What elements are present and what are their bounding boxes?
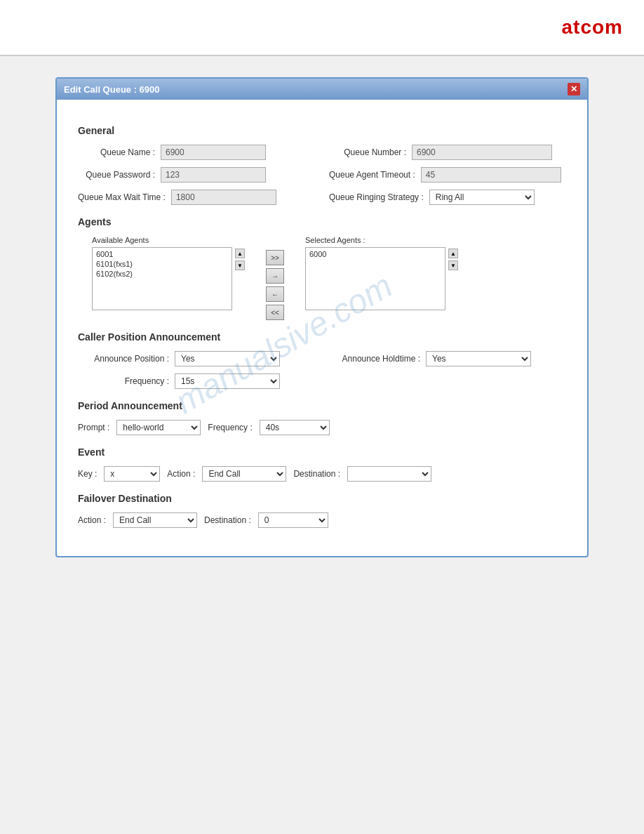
list-item: 6101(fxs1) — [94, 259, 230, 269]
dialog-body: manualsive.com General Queue Name : Queu… — [57, 100, 587, 556]
listbox-scrollbar: ▲ ▼ — [235, 247, 245, 270]
frequency-cp-label: Frequency : — [78, 376, 169, 386]
event-destination-select[interactable] — [347, 466, 431, 482]
remove-all-button[interactable]: << — [266, 305, 284, 320]
form-row-frequency-cp: Frequency : 15s 30s 60s — [78, 373, 566, 389]
available-agents-list[interactable]: 6001 6101(fxs1) 6102(fxs2) — [92, 247, 232, 310]
prompt-label: Prompt : — [78, 423, 109, 432]
queue-max-wait-label: Queue Max Wait Time : — [78, 192, 166, 202]
queue-ringing-strategy-select[interactable]: Ring All Round Robin Least Recent — [429, 190, 535, 205]
add-one-button[interactable]: → — [266, 268, 284, 284]
event-destination-label: Destination : — [293, 469, 340, 479]
agents-container: Available Agents 6001 6101(fxs1) 6102(fx… — [92, 236, 566, 320]
form-row-event: Key : x 0 1 Action : End Call Transfer D… — [78, 466, 566, 482]
main-content: Edit Call Queue : 6900 ✕ manualsive.com … — [0, 56, 644, 578]
list-item: 6102(fxs2) — [94, 269, 230, 279]
event-action-label: Action : — [167, 469, 195, 479]
queue-max-wait-input[interactable] — [171, 190, 276, 205]
form-row-failover: Action : End Call Transfer Destination :… — [78, 512, 566, 528]
form-group-queue-name: Queue Name : — [78, 145, 315, 160]
frequency-period-select[interactable]: 40s 15s 30s — [260, 420, 330, 435]
form-group-frequency-cp: Frequency : 15s 30s 60s — [78, 373, 315, 389]
queue-agent-timeout-label: Queue Agent Timeout : — [329, 170, 415, 180]
scroll-down-2[interactable]: ▼ — [448, 260, 458, 270]
section-period-announcement: Period Announcement — [78, 400, 566, 411]
announce-holdtime-label: Announce Holdtime : — [329, 354, 420, 364]
form-row-password: Queue Password : Queue Agent Timeout : — [78, 167, 566, 183]
prompt-select[interactable]: hello-world — [116, 420, 201, 435]
frequency-period-label: Frequency : — [208, 423, 252, 432]
event-action-select[interactable]: End Call Transfer — [202, 466, 286, 482]
queue-number-label: Queue Number : — [329, 147, 406, 157]
section-caller-position: Caller Position Announcement — [78, 331, 566, 343]
form-row-period: Prompt : hello-world Frequency : 40s 15s… — [78, 420, 566, 435]
form-group-queue-max-wait: Queue Max Wait Time : — [78, 190, 315, 205]
selected-agents-list[interactable]: 6000 — [305, 247, 445, 310]
form-row-announce: Announce Position : Yes No Announce Hold… — [78, 351, 566, 366]
agents-transfer-buttons: >> → ← << — [266, 236, 284, 320]
scroll-up-2[interactable]: ▲ — [448, 249, 458, 258]
form-group-queue-agent-timeout: Queue Agent Timeout : — [329, 167, 566, 183]
logo-accent: at — [562, 16, 581, 38]
queue-name-input[interactable] — [161, 145, 266, 160]
scroll-up[interactable]: ▲ — [235, 249, 245, 258]
form-group-queue-number: Queue Number : — [329, 145, 566, 160]
queue-ringing-strategy-label: Queue Ringing Strategy : — [329, 192, 424, 202]
logo: atcom — [562, 16, 623, 39]
section-general: General — [78, 125, 566, 136]
dialog-close-button[interactable]: ✕ — [568, 83, 580, 95]
logo-text: com — [580, 16, 623, 38]
failover-destination-label: Destination : — [204, 515, 251, 525]
form-group-queue-ringing-strategy: Queue Ringing Strategy : Ring All Round … — [329, 190, 566, 205]
header: atcom — [0, 0, 644, 56]
dialog-title: Edit Call Queue : 6900 — [64, 84, 160, 95]
dialog: Edit Call Queue : 6900 ✕ manualsive.com … — [55, 77, 589, 557]
available-agents-label: Available Agents — [92, 236, 245, 244]
failover-action-select[interactable]: End Call Transfer — [113, 512, 197, 528]
queue-password-input[interactable] — [161, 167, 266, 183]
announce-position-select[interactable]: Yes No — [175, 351, 280, 366]
event-key-select[interactable]: x 0 1 — [104, 466, 160, 482]
list-item: 6000 — [307, 249, 443, 259]
announce-position-label: Announce Position : — [78, 354, 169, 364]
form-group-queue-password: Queue Password : — [78, 167, 315, 183]
failover-destination-select[interactable]: 0 — [258, 512, 328, 528]
queue-name-label: Queue Name : — [78, 147, 155, 157]
queue-agent-timeout-input[interactable] — [421, 167, 561, 183]
scroll-down[interactable]: ▼ — [235, 260, 245, 270]
available-agents-group: Available Agents 6001 6101(fxs1) 6102(fx… — [92, 236, 245, 320]
dialog-titlebar: Edit Call Queue : 6900 ✕ — [57, 79, 587, 100]
queue-password-label: Queue Password : — [78, 170, 155, 180]
form-group-announce-position: Announce Position : Yes No — [78, 351, 315, 366]
selected-agents-group: Selected Agents : 6000 ▲ ▼ — [305, 236, 458, 320]
section-event: Event — [78, 446, 566, 458]
form-row-names: Queue Name : Queue Number : — [78, 145, 566, 160]
event-key-label: Key : — [78, 469, 97, 479]
page-wrapper: atcom Edit Call Queue : 6900 ✕ manualsiv… — [0, 0, 644, 834]
remove-one-button[interactable]: ← — [266, 286, 284, 302]
failover-action-label: Action : — [78, 515, 106, 525]
form-group-announce-holdtime: Announce Holdtime : Yes No — [329, 351, 566, 366]
section-failover: Failover Destination — [78, 493, 566, 504]
add-all-button[interactable]: >> — [266, 250, 284, 265]
form-row-wait: Queue Max Wait Time : Queue Ringing Stra… — [78, 190, 566, 205]
queue-number-input[interactable] — [412, 145, 552, 160]
selected-scrollbar: ▲ ▼ — [448, 247, 458, 270]
section-agents: Agents — [78, 216, 566, 227]
announce-holdtime-select[interactable]: Yes No — [426, 351, 531, 366]
list-item: 6001 — [94, 249, 230, 259]
frequency-cp-select[interactable]: 15s 30s 60s — [175, 373, 280, 389]
selected-agents-label: Selected Agents : — [305, 236, 458, 244]
